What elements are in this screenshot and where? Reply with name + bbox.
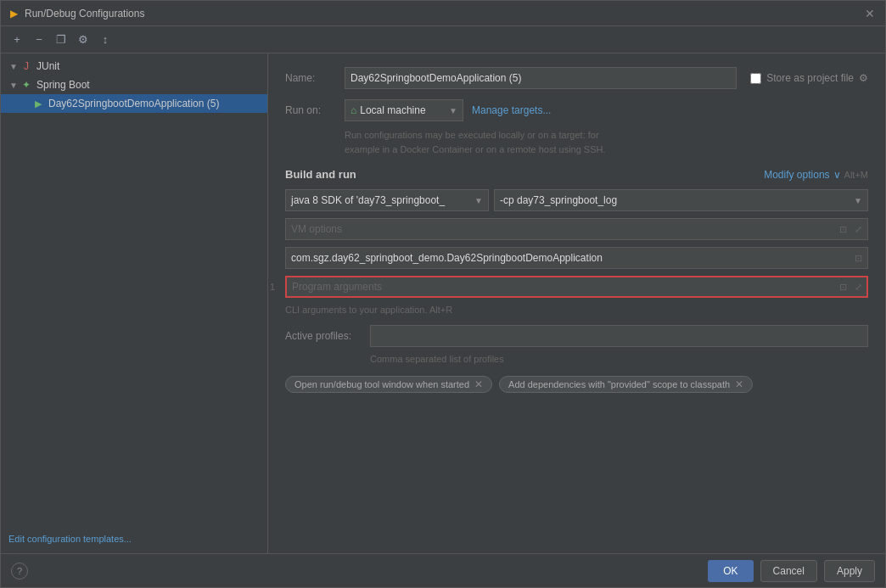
store-project-area: Store as project file ⚙ [750, 72, 868, 84]
hint-text: Run configurations may be executed local… [345, 128, 868, 156]
main-panel: Name: Store as project file ⚙ Run on: ⌂ … [268, 53, 885, 553]
modify-shortcut: Alt+M [844, 170, 868, 180]
app-run-icon: ▶ [31, 97, 45, 110]
store-project-checkbox[interactable] [750, 73, 761, 84]
line-number: 1 [270, 282, 275, 292]
close-button[interactable]: ✕ [861, 5, 878, 22]
tag-dependencies-label: Add dependencies with "provided" scope t… [508, 379, 730, 389]
bottom-bar: ? OK Cancel Apply [1, 553, 885, 587]
title-bar: ▶ Run/Debug Configurations ✕ [1, 1, 885, 26]
build-run-header: Build and run Modify options ∨ Alt+M [285, 168, 868, 181]
sidebar-item-app[interactable]: ▶ Day62SpringbootDemoApplication (5) [1, 94, 267, 113]
name-input[interactable] [345, 67, 737, 89]
dialog-icon: ▶ [8, 8, 20, 20]
sdk-dropdown[interactable]: java 8 SDK of 'day73_springboot_ ▼ [285, 189, 489, 211]
apply-button[interactable]: Apply [824, 560, 875, 582]
springboot-label: Spring Boot [36, 79, 90, 91]
main-class-row: ⊡ [285, 247, 868, 269]
run-on-value: Local machine [360, 104, 446, 116]
move-config-button[interactable]: ⚙ [74, 31, 93, 49]
tag-dependencies: Add dependencies with "provided" scope t… [499, 376, 753, 393]
tag-open-window-label: Open run/debug tool window when started [294, 379, 469, 389]
vm-options-icons: ⊡ ⤢ [836, 222, 865, 236]
run-on-label: Run on: [285, 104, 345, 116]
tag-open-window: Open run/debug tool window when started … [285, 376, 492, 393]
program-args-fullscreen-icon[interactable]: ⤢ [851, 280, 865, 294]
cp-value: -cp day73_springboot_log [500, 194, 617, 206]
springboot-icon: ✦ [20, 78, 33, 92]
vm-options-row: ⊡ ⤢ [285, 218, 868, 240]
vm-expand-icon[interactable]: ⊡ [836, 222, 850, 236]
junit-icon: J [20, 59, 33, 73]
program-args-row: 1 ⊡ ⤢ [285, 276, 868, 298]
hint-line2: example in a Docker Container or on a re… [345, 144, 606, 154]
sidebar: ▼ J JUnit ▼ ✦ Spring Boot ▶ Day62Springb… [1, 53, 268, 553]
remove-config-button[interactable]: − [30, 31, 48, 49]
content-area: ▼ J JUnit ▼ ✦ Spring Boot ▶ Day62Springb… [1, 53, 885, 553]
sort-config-button[interactable]: ↕ [96, 31, 115, 49]
toolbar: + − ❐ ⚙ ↕ [1, 26, 885, 53]
tag-open-window-close[interactable]: ✕ [474, 379, 483, 389]
app-arrow-icon [25, 98, 31, 109]
edit-config-templates-link[interactable]: Edit configuration templates... [1, 527, 140, 551]
springboot-arrow-icon: ▼ [8, 79, 20, 91]
active-profiles-label: Active profiles: [285, 330, 370, 342]
modify-options-button[interactable]: Modify options ∨ Alt+M [764, 169, 868, 181]
dialog-title: Run/Debug Configurations [25, 8, 861, 20]
bottom-buttons: OK Cancel Apply [708, 560, 875, 582]
main-class-expand-icon[interactable]: ⊡ [851, 251, 865, 265]
copy-config-button[interactable]: ❐ [52, 31, 70, 49]
run-on-dropdown[interactable]: ⌂ Local machine ▼ [345, 99, 463, 121]
tag-dependencies-close[interactable]: ✕ [735, 379, 743, 389]
comma-hint: Comma separated list of profiles [370, 354, 868, 364]
active-profiles-row: Active profiles: [285, 325, 868, 347]
sdk-arrow-icon: ▼ [474, 196, 483, 205]
add-config-button[interactable]: + [8, 31, 26, 49]
help-button[interactable]: ? [11, 563, 28, 580]
cp-dropdown[interactable]: -cp day73_springboot_log ▼ [494, 189, 868, 211]
local-machine-icon: ⌂ [350, 104, 356, 116]
build-run-title: Build and run [285, 168, 356, 181]
name-label: Name: [285, 72, 345, 84]
modify-options-label: Modify options [764, 169, 829, 181]
junit-label: JUnit [36, 60, 59, 72]
sidebar-item-junit[interactable]: ▼ J JUnit [1, 57, 267, 76]
run-debug-dialog: ▶ Run/Debug Configurations ✕ + − ❐ ⚙ ↕ ▼… [0, 0, 886, 588]
program-args-input[interactable] [285, 276, 868, 298]
main-class-input[interactable] [285, 247, 868, 269]
program-args-icons: ⊡ ⤢ [836, 280, 865, 294]
modify-dropdown-icon: ∨ [833, 169, 841, 181]
junit-arrow-icon: ▼ [8, 60, 20, 72]
hint-line1: Run configurations may be executed local… [345, 130, 599, 140]
cli-hint: CLI arguments to your application. Alt+R [285, 305, 868, 315]
sdk-row: java 8 SDK of 'day73_springboot_ ▼ -cp d… [285, 189, 868, 211]
sidebar-item-springboot[interactable]: ▼ ✦ Spring Boot [1, 76, 267, 94]
app-label: Day62SpringbootDemoApplication (5) [48, 98, 219, 109]
program-args-expand-icon[interactable]: ⊡ [836, 280, 850, 294]
cp-arrow-icon: ▼ [854, 196, 862, 205]
vm-options-input[interactable] [285, 218, 868, 240]
tags-row: Open run/debug tool window when started … [285, 376, 868, 393]
ok-button[interactable]: OK [708, 560, 753, 582]
manage-targets-link[interactable]: Manage targets... [472, 104, 551, 116]
dropdown-arrow-icon: ▼ [449, 106, 457, 115]
main-class-icons: ⊡ [851, 251, 865, 265]
name-row: Name: Store as project file ⚙ [285, 67, 868, 89]
sdk-value: java 8 SDK of 'day73_springboot_ [291, 194, 445, 206]
cancel-button[interactable]: Cancel [760, 560, 817, 582]
active-profiles-input[interactable] [370, 325, 868, 347]
store-project-label: Store as project file [766, 72, 854, 84]
run-on-row: Run on: ⌂ Local machine ▼ Manage targets… [285, 99, 868, 121]
vm-fullscreen-icon[interactable]: ⤢ [851, 222, 865, 236]
store-gear-icon[interactable]: ⚙ [859, 72, 868, 84]
